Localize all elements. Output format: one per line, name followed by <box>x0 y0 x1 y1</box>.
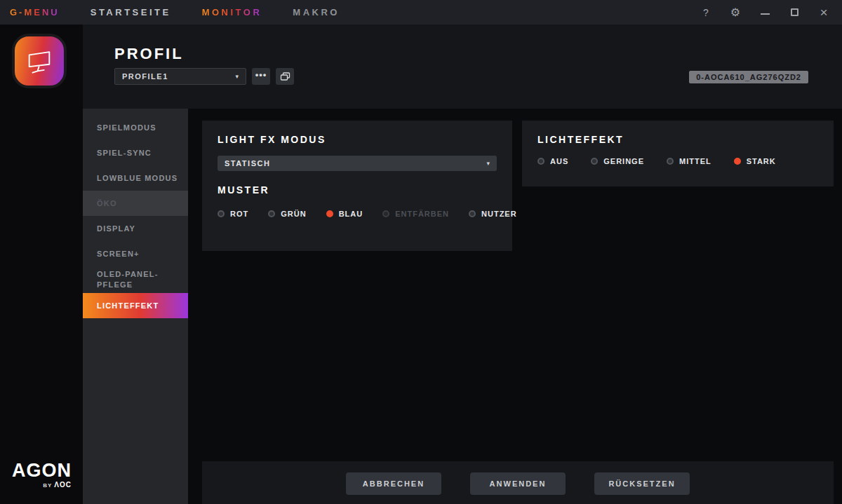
aoc-wordmark: BYΛOC <box>10 481 72 489</box>
maximize-icon[interactable] <box>789 7 800 18</box>
minimize-glyph <box>761 13 770 15</box>
muster-option-entfaerben: ENTFÄRBEN <box>382 210 449 218</box>
aoc-label: ΛOC <box>54 481 72 489</box>
sidebar-item-label: SPIEL-SYNC <box>97 148 152 158</box>
abbrechen-button[interactable]: ABBRECHEN <box>346 472 441 495</box>
radio-icon <box>469 210 476 217</box>
by-label: BY <box>43 482 52 489</box>
ellipsis-icon: ••• <box>255 71 267 79</box>
monitor-icon <box>25 46 54 76</box>
nav-makro[interactable]: MAKRO <box>293 7 340 18</box>
profile-more-button[interactable]: ••• <box>252 68 270 85</box>
sidebar-item-label: SCREEN+ <box>97 249 140 259</box>
header: PROFIL PROFILE1 ▾ ••• 0-AOCA610_AG276QZD… <box>83 25 842 109</box>
light-fx-panel: LIGHT FX MODUS STATISCH ▾ MUSTER ROTGRÜN… <box>202 121 512 251</box>
radio-icon <box>667 158 674 165</box>
light-fx-title: LIGHT FX MODUS <box>218 134 512 145</box>
sidebar-item-lichteffekt[interactable]: LICHTEFFEKT <box>83 293 188 318</box>
sidebar-item-screen-plus[interactable]: SCREEN+ <box>83 241 188 266</box>
sidebar-item-label: LOWBLUE MODUS <box>97 173 178 184</box>
app-logo-tile[interactable] <box>12 34 67 88</box>
sidebar-item-label: ÖKO <box>97 198 117 209</box>
radio-icon <box>218 210 225 217</box>
radio-label: GRÜN <box>281 210 306 218</box>
page-title: PROFIL <box>114 45 184 63</box>
footer-bar: ABBRECHENANWENDENRÜCKSETZEN <box>202 461 834 504</box>
radio-label: AUS <box>550 157 568 165</box>
muster-option-gruen[interactable]: GRÜN <box>268 210 306 218</box>
app-logo-text: G-MENU <box>10 7 60 18</box>
lichteffekt-title: LICHTEFFEKT <box>537 134 834 145</box>
anwenden-button[interactable]: ANWENDEN <box>470 472 566 495</box>
radio-icon <box>734 158 741 165</box>
radio-icon <box>382 210 389 217</box>
nav-startseite[interactable]: STARTSEITE <box>91 7 171 18</box>
radio-icon <box>326 210 333 217</box>
radio-icon <box>537 158 544 165</box>
minimize-icon[interactable] <box>759 7 770 18</box>
muster-option-blau[interactable]: BLAU <box>326 210 363 218</box>
sidebar-item-label: DISPLAY <box>97 224 135 234</box>
sidebar-item-lowblue-modus[interactable]: LOWBLUE MODUS <box>83 165 188 191</box>
sidebar-item-display[interactable]: DISPLAY <box>83 216 188 241</box>
muster-title: MUSTER <box>218 184 512 196</box>
agon-logo: AGON BYΛOC <box>10 461 72 489</box>
sidebar-item-oeko[interactable]: ÖKO <box>83 191 188 216</box>
chevron-down-icon: ▾ <box>486 160 490 167</box>
nav-monitor[interactable]: MONITOR <box>202 7 262 18</box>
radio-label: BLAU <box>339 210 363 218</box>
profile-dropdown[interactable]: PROFILE1 ▾ <box>114 68 246 85</box>
profile-dropdown-value: PROFILE1 <box>122 72 168 81</box>
main-nav: STARTSEITE MONITOR MAKRO <box>91 7 340 18</box>
muster-option-nutzer[interactable]: NUTZER <box>469 210 517 218</box>
agon-wordmark: AGON <box>10 461 72 479</box>
sidebar-item-label: OLED-PANEL-PFLEGE <box>97 269 181 290</box>
sidebar-menu: SPIELMODUSSPIEL-SYNCLOWBLUE MODUSÖKODISP… <box>83 109 188 504</box>
app-window: G-MENU STARTSEITE MONITOR MAKRO ? ⚙ × AG… <box>0 0 842 504</box>
sidebar-item-spiel-sync[interactable]: SPIEL-SYNC <box>83 140 188 165</box>
light-fx-mode-dropdown[interactable]: STATISCH ▾ <box>218 156 497 171</box>
profile-copy-button[interactable] <box>276 68 294 85</box>
left-rail: AGON BYΛOC <box>0 25 83 504</box>
lichteffekt-option-aus[interactable]: AUS <box>537 157 568 165</box>
close-icon[interactable]: × <box>818 7 829 18</box>
radio-label: GERINGE <box>603 157 644 165</box>
radio-icon <box>591 158 598 165</box>
profile-row: PROFILE1 ▾ ••• <box>114 68 294 85</box>
sidebar-item-label: SPIELMODUS <box>97 123 156 133</box>
chevron-down-icon: ▾ <box>235 73 239 80</box>
sidebar-item-label: LICHTEFFEKT <box>97 301 159 311</box>
radio-label: MITTEL <box>679 157 711 165</box>
title-bar: G-MENU STARTSEITE MONITOR MAKRO ? ⚙ × <box>0 0 842 25</box>
radio-label: NUTZER <box>481 210 517 218</box>
maximize-glyph <box>791 8 798 16</box>
copy-icon <box>280 72 290 81</box>
lichteffekt-option-geringe[interactable]: GERINGE <box>591 157 644 165</box>
ruecksetzen-button[interactable]: RÜCKSETZEN <box>594 472 690 495</box>
light-fx-mode-value: STATISCH <box>225 159 270 168</box>
window-controls: ? ⚙ × <box>700 7 829 18</box>
muster-option-rot[interactable]: ROT <box>218 210 248 218</box>
lichteffekt-option-stark[interactable]: STARK <box>734 157 776 165</box>
lichteffekt-option-mittel[interactable]: MITTEL <box>667 157 711 165</box>
radio-label: STARK <box>747 157 776 165</box>
help-icon[interactable]: ? <box>700 7 711 18</box>
lichteffekt-panel: LICHTEFFEKT AUSGERINGEMITTELSTARK <box>522 121 834 186</box>
radio-icon <box>268 210 275 217</box>
sidebar-item-spielmodus[interactable]: SPIELMODUS <box>83 115 188 140</box>
radio-label: ENTFÄRBEN <box>395 210 449 218</box>
gear-icon[interactable]: ⚙ <box>730 7 741 18</box>
lichteffekt-radio-group: AUSGERINGEMITTELSTARK <box>537 157 834 165</box>
muster-radio-group: ROTGRÜNBLAUENTFÄRBENNUTZER <box>218 210 512 218</box>
sidebar-item-oled-panel-pflege[interactable]: OLED-PANEL-PFLEGE <box>83 266 188 293</box>
device-id-badge: 0-AOCA610_AG276QZD2 <box>689 71 808 83</box>
radio-label: ROT <box>230 210 248 218</box>
